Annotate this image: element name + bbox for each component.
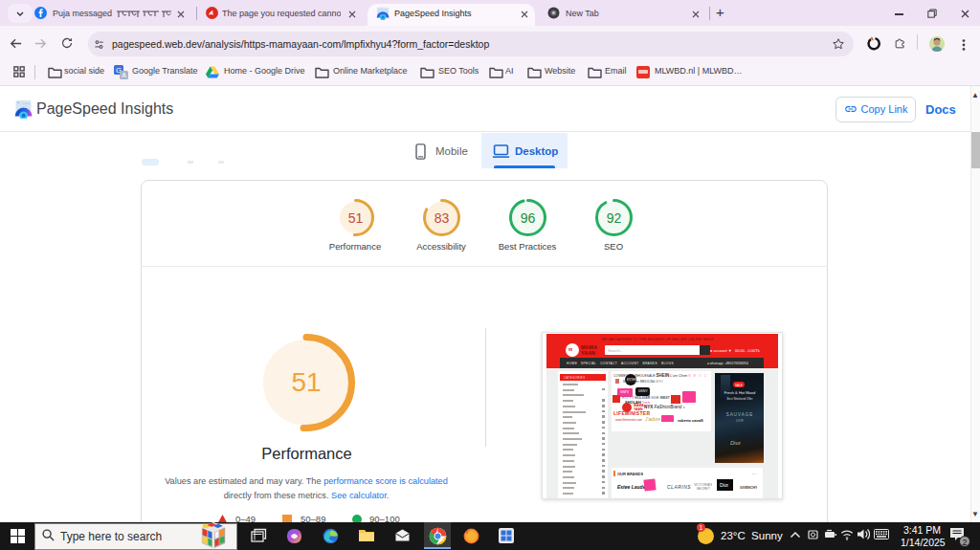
svg-text:92: 92 bbox=[607, 210, 622, 226]
svg-text:96: 96 bbox=[521, 210, 536, 226]
svg-text:51: 51 bbox=[348, 210, 364, 226]
svg-text:83: 83 bbox=[434, 210, 450, 226]
svg-text:51: 51 bbox=[291, 367, 321, 397]
svg-text:A: A bbox=[122, 72, 126, 78]
